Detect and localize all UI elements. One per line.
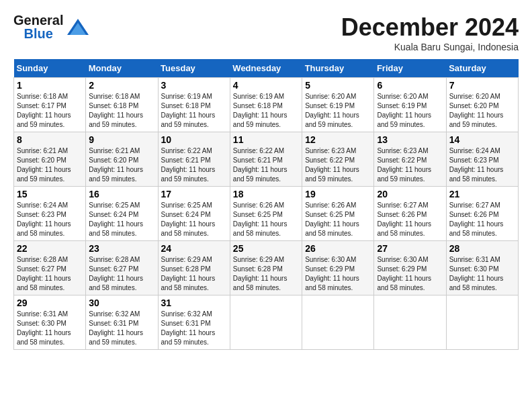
day-info: Sunrise: 6:20 AM Sunset: 6:19 PM Dayligh… (305, 92, 371, 130)
calendar-week-4: 22Sunrise: 6:28 AM Sunset: 6:27 PM Dayli… (14, 241, 519, 295)
calendar-day-16: 16Sunrise: 6:25 AM Sunset: 6:24 PM Dayli… (86, 187, 158, 241)
calendar-day-27: 27Sunrise: 6:30 AM Sunset: 6:29 PM Dayli… (374, 241, 446, 295)
logo: General Blue (13, 13, 90, 40)
calendar-day-15: 15Sunrise: 6:24 AM Sunset: 6:23 PM Dayli… (14, 187, 86, 241)
day-number: 16 (89, 189, 154, 199)
header: General Blue December 2024 Kuala Baru Su… (13, 13, 519, 52)
location-subtitle: Kuala Baru Sungai, Indonesia (341, 42, 519, 52)
day-number: 10 (161, 134, 227, 145)
calendar-day-30: 30Sunrise: 6:32 AM Sunset: 6:31 PM Dayli… (86, 295, 158, 350)
calendar-day-29: 29Sunrise: 6:31 AM Sunset: 6:30 PM Dayli… (14, 295, 86, 350)
calendar-day-28: 28Sunrise: 6:31 AM Sunset: 6:30 PM Dayli… (446, 241, 518, 295)
day-number: 18 (233, 189, 299, 199)
day-number: 12 (305, 134, 371, 145)
day-info: Sunrise: 6:25 AM Sunset: 6:24 PM Dayligh… (89, 201, 154, 238)
day-info: Sunrise: 6:28 AM Sunset: 6:27 PM Dayligh… (17, 255, 83, 293)
calendar-day-10: 10Sunrise: 6:22 AM Sunset: 6:21 PM Dayli… (158, 132, 230, 187)
day-info: Sunrise: 6:28 AM Sunset: 6:27 PM Dayligh… (89, 255, 154, 293)
day-info: Sunrise: 6:20 AM Sunset: 6:20 PM Dayligh… (449, 92, 515, 130)
calendar-day-20: 20Sunrise: 6:27 AM Sunset: 6:26 PM Dayli… (374, 187, 446, 241)
day-number: 22 (17, 243, 83, 254)
calendar-day-9: 9Sunrise: 6:21 AM Sunset: 6:20 PM Daylig… (86, 132, 158, 187)
day-number: 7 (449, 80, 515, 91)
day-number: 14 (449, 134, 515, 145)
header-wednesday: Wednesday (230, 59, 302, 78)
day-info: Sunrise: 6:26 AM Sunset: 6:25 PM Dayligh… (305, 201, 371, 238)
calendar-day-17: 17Sunrise: 6:25 AM Sunset: 6:24 PM Dayli… (158, 187, 230, 241)
header-friday: Friday (374, 59, 446, 78)
logo-general: General (13, 13, 63, 27)
calendar-day-21: 21Sunrise: 6:27 AM Sunset: 6:26 PM Dayli… (446, 187, 518, 241)
day-number: 23 (89, 243, 154, 254)
day-number: 31 (161, 298, 227, 308)
calendar-day-5: 5Sunrise: 6:20 AM Sunset: 6:19 PM Daylig… (302, 78, 374, 132)
logo-blue: Blue (24, 27, 53, 40)
day-number: 5 (305, 80, 371, 91)
day-info: Sunrise: 6:23 AM Sunset: 6:22 PM Dayligh… (305, 146, 371, 184)
day-number: 13 (377, 134, 443, 145)
day-info: Sunrise: 6:23 AM Sunset: 6:22 PM Dayligh… (377, 146, 443, 184)
day-info: Sunrise: 6:22 AM Sunset: 6:21 PM Dayligh… (161, 146, 227, 184)
day-number: 30 (89, 298, 154, 308)
day-number: 25 (233, 243, 299, 254)
day-info: Sunrise: 6:21 AM Sunset: 6:20 PM Dayligh… (17, 146, 83, 184)
header-thursday: Thursday (302, 59, 374, 78)
header-sunday: Sunday (14, 59, 86, 78)
calendar-day-18: 18Sunrise: 6:26 AM Sunset: 6:25 PM Dayli… (230, 187, 302, 241)
day-info: Sunrise: 6:32 AM Sunset: 6:31 PM Dayligh… (161, 310, 227, 347)
calendar-day-31: 31Sunrise: 6:32 AM Sunset: 6:31 PM Dayli… (158, 295, 230, 350)
empty-cell (446, 295, 518, 350)
calendar-header-row: SundayMondayTuesdayWednesdayThursdayFrid… (14, 59, 519, 78)
logo-icon (66, 17, 90, 36)
calendar-week-1: 1Sunrise: 6:18 AM Sunset: 6:17 PM Daylig… (14, 78, 519, 132)
day-info: Sunrise: 6:19 AM Sunset: 6:18 PM Dayligh… (161, 92, 227, 130)
header-monday: Monday (86, 59, 158, 78)
day-info: Sunrise: 6:20 AM Sunset: 6:19 PM Dayligh… (377, 92, 443, 130)
day-number: 2 (89, 80, 154, 91)
day-info: Sunrise: 6:26 AM Sunset: 6:25 PM Dayligh… (233, 201, 299, 238)
day-number: 1 (17, 80, 83, 91)
calendar-day-13: 13Sunrise: 6:23 AM Sunset: 6:22 PM Dayli… (374, 132, 446, 187)
calendar-body: 1Sunrise: 6:18 AM Sunset: 6:17 PM Daylig… (14, 78, 519, 350)
empty-cell (374, 295, 446, 350)
calendar-day-8: 8Sunrise: 6:21 AM Sunset: 6:20 PM Daylig… (14, 132, 86, 187)
day-info: Sunrise: 6:30 AM Sunset: 6:29 PM Dayligh… (305, 255, 371, 293)
day-info: Sunrise: 6:24 AM Sunset: 6:23 PM Dayligh… (17, 201, 83, 238)
day-number: 27 (377, 243, 443, 254)
day-number: 26 (305, 243, 371, 254)
calendar-week-3: 15Sunrise: 6:24 AM Sunset: 6:23 PM Dayli… (14, 187, 519, 241)
day-info: Sunrise: 6:25 AM Sunset: 6:24 PM Dayligh… (161, 201, 227, 238)
header-tuesday: Tuesday (158, 59, 230, 78)
title-area: December 2024 Kuala Baru Sungai, Indones… (341, 13, 519, 52)
calendar-day-24: 24Sunrise: 6:29 AM Sunset: 6:28 PM Dayli… (158, 241, 230, 295)
day-number: 6 (377, 80, 443, 91)
empty-cell (230, 295, 302, 350)
day-number: 11 (233, 134, 299, 145)
day-number: 8 (17, 134, 83, 145)
calendar-day-14: 14Sunrise: 6:24 AM Sunset: 6:23 PM Dayli… (446, 132, 518, 187)
day-number: 29 (17, 298, 83, 308)
day-info: Sunrise: 6:31 AM Sunset: 6:30 PM Dayligh… (17, 310, 83, 347)
calendar-week-2: 8Sunrise: 6:21 AM Sunset: 6:20 PM Daylig… (14, 132, 519, 187)
day-number: 28 (449, 243, 515, 254)
day-info: Sunrise: 6:18 AM Sunset: 6:17 PM Dayligh… (17, 92, 83, 130)
calendar-week-5: 29Sunrise: 6:31 AM Sunset: 6:30 PM Dayli… (14, 295, 519, 350)
calendar-day-23: 23Sunrise: 6:28 AM Sunset: 6:27 PM Dayli… (86, 241, 158, 295)
calendar-day-25: 25Sunrise: 6:29 AM Sunset: 6:28 PM Dayli… (230, 241, 302, 295)
calendar-day-6: 6Sunrise: 6:20 AM Sunset: 6:19 PM Daylig… (374, 78, 446, 132)
day-number: 19 (305, 189, 371, 199)
calendar-day-12: 12Sunrise: 6:23 AM Sunset: 6:22 PM Dayli… (302, 132, 374, 187)
empty-cell (302, 295, 374, 350)
day-info: Sunrise: 6:24 AM Sunset: 6:23 PM Dayligh… (449, 146, 515, 184)
calendar-day-3: 3Sunrise: 6:19 AM Sunset: 6:18 PM Daylig… (158, 78, 230, 132)
day-number: 15 (17, 189, 83, 199)
day-info: Sunrise: 6:22 AM Sunset: 6:21 PM Dayligh… (233, 146, 299, 184)
calendar-day-2: 2Sunrise: 6:18 AM Sunset: 6:18 PM Daylig… (86, 78, 158, 132)
calendar-day-19: 19Sunrise: 6:26 AM Sunset: 6:25 PM Dayli… (302, 187, 374, 241)
calendar-day-22: 22Sunrise: 6:28 AM Sunset: 6:27 PM Dayli… (14, 241, 86, 295)
calendar-day-1: 1Sunrise: 6:18 AM Sunset: 6:17 PM Daylig… (14, 78, 86, 132)
day-info: Sunrise: 6:21 AM Sunset: 6:20 PM Dayligh… (89, 146, 154, 184)
day-info: Sunrise: 6:19 AM Sunset: 6:18 PM Dayligh… (233, 92, 299, 130)
calendar-day-11: 11Sunrise: 6:22 AM Sunset: 6:21 PM Dayli… (230, 132, 302, 187)
day-number: 20 (377, 189, 443, 199)
